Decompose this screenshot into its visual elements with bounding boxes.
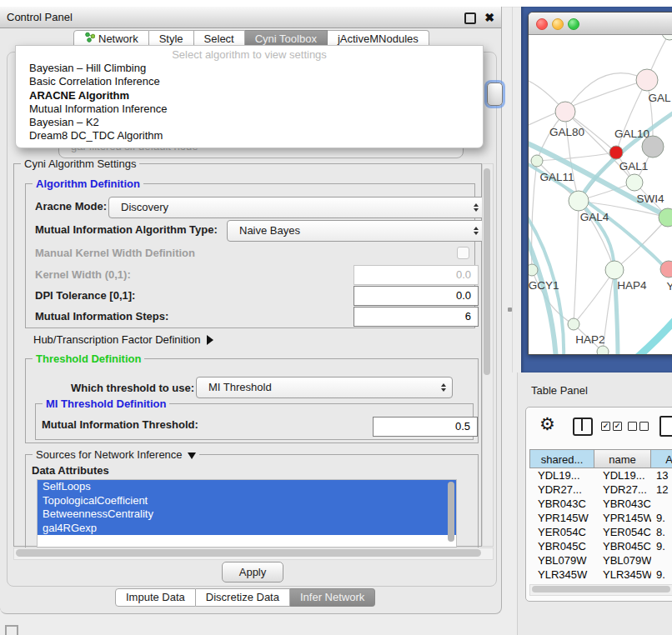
network-node-gal80[interactable] xyxy=(555,102,575,122)
inference-algorithm-combo-fragment[interactable] xyxy=(487,82,503,106)
manual-kernel-checkbox[interactable] xyxy=(457,247,469,259)
minimized-panel-icon[interactable] xyxy=(5,625,18,635)
network-edge[interactable] xyxy=(574,201,579,324)
table-row[interactable]: YBR045CYBR045C9. xyxy=(529,539,672,553)
node-label: GCY1 xyxy=(529,279,559,292)
attribute-item[interactable]: TopologicalCoefficient xyxy=(38,494,456,508)
tab-impute-data[interactable]: Impute Data xyxy=(115,588,196,607)
algorithm-option[interactable]: ARACNE Algorithm xyxy=(16,89,483,102)
mac-close-icon[interactable] xyxy=(536,18,548,30)
network-canvas[interactable]: GALGAL80GAL10GAL1GAL11GAL4SWI4GCY1HAP4YH… xyxy=(529,35,672,354)
float-icon[interactable] xyxy=(464,12,476,24)
mi-threshold-label: Mutual Information Threshold: xyxy=(42,418,198,431)
mi-type-combo[interactable]: Naive Bayes xyxy=(227,220,485,242)
splitter-handle[interactable] xyxy=(508,308,512,312)
deselect-all-checkbox-icon[interactable] xyxy=(628,422,637,431)
network-edge[interactable] xyxy=(574,270,614,324)
kernel-width-field[interactable]: 0.0 xyxy=(354,265,479,285)
export-table-icon[interactable] xyxy=(659,416,672,437)
table-row[interactable]: YBL079WYBL079W xyxy=(529,553,672,568)
attributes-scrollbar-thumb[interactable] xyxy=(448,482,454,542)
network-window-titlebar[interactable] xyxy=(529,12,672,35)
column-header-shared[interactable]: shared... xyxy=(529,449,594,468)
table-toolbar: ⚙ ✓ ✓ xyxy=(526,408,672,444)
apply-button[interactable]: Apply xyxy=(222,562,283,582)
dpi-tolerance-field[interactable]: 0.0 xyxy=(354,286,479,306)
settings-vertical-scrollbar[interactable] xyxy=(482,163,494,547)
algorithm-option[interactable]: Bayesian – Hill Climbing xyxy=(16,62,483,75)
settings-horizontal-scrollbar[interactable] xyxy=(13,548,494,560)
node-label: GAL4 xyxy=(580,211,609,223)
table-row[interactable]: YLR345WYLR345W9. xyxy=(529,568,672,582)
data-attributes-label: Data Attributes xyxy=(32,464,109,477)
select-all-checkbox-icon[interactable]: ✓ xyxy=(601,422,610,431)
gear-icon[interactable]: ⚙ xyxy=(539,414,555,434)
table-horizontal-scrollbar[interactable] xyxy=(529,584,672,596)
manual-kernel-label: Manual Kernel Width Definition xyxy=(35,247,195,259)
attribute-item[interactable]: gal4RGexp xyxy=(38,522,456,536)
mac-zoom-icon[interactable] xyxy=(568,18,579,30)
hub-definition-label: Hub/Transcription Factor Definition xyxy=(33,333,200,346)
tab-discretize-data[interactable]: Discretize Data xyxy=(196,588,290,607)
table-cell xyxy=(651,497,672,511)
algorithm-option[interactable]: Dream8 DC_TDC Algorithm xyxy=(16,129,483,142)
select-all-checkbox-icon[interactable]: ✓ xyxy=(613,422,622,431)
sources-group-title[interactable]: Sources for Network Inference xyxy=(33,448,199,461)
algorithm-option[interactable]: Bayesian – K2 xyxy=(16,116,483,129)
mi-steps-field[interactable]: 6 xyxy=(354,307,479,327)
which-threshold-combo[interactable]: MI Threshold xyxy=(196,377,453,398)
network-edge[interactable] xyxy=(634,310,672,354)
table-row[interactable]: YDR27...YDR27...12 xyxy=(529,482,672,497)
node-label: Y xyxy=(666,280,672,292)
close-icon[interactable]: ✖ xyxy=(484,8,494,28)
column-layout-icon[interactable] xyxy=(573,418,593,436)
tab-infer-network[interactable]: Infer Network xyxy=(290,588,375,607)
table-cell: YDL19... xyxy=(594,468,651,482)
table-cell xyxy=(651,553,672,568)
table-cell: YBL079W xyxy=(594,553,651,568)
table-cell: 9. xyxy=(651,568,672,582)
settings-hscroll-thumb[interactable] xyxy=(16,549,481,557)
table-hscroll-thumb[interactable] xyxy=(532,586,670,592)
screen: Control Panel ✖ NetworkStyleSelectCyni T… xyxy=(0,0,672,635)
mac-minimize-icon[interactable] xyxy=(552,18,564,30)
table-row[interactable]: YER054CYER054C8. xyxy=(529,525,672,539)
mi-threshold-field[interactable]: 0.5 xyxy=(373,417,478,437)
node-label: GAL1 xyxy=(619,160,649,172)
network-node-gal[interactable] xyxy=(636,69,658,91)
algorithm-option[interactable]: Basic Correlation Inference xyxy=(16,75,483,88)
hub-definition-toggle[interactable]: Hub/Transcription Factor Definition xyxy=(33,333,213,346)
network-node-gal11[interactable] xyxy=(531,155,543,167)
network-node[interactable] xyxy=(609,146,623,159)
node-label: GAL11 xyxy=(539,171,574,183)
attributes-scrollbar[interactable] xyxy=(447,482,455,543)
network-node-gal1[interactable] xyxy=(626,174,643,191)
panel-divider xyxy=(512,7,513,372)
network-node-gal4[interactable] xyxy=(569,191,589,211)
data-attributes-list[interactable]: SelfLoopsTopologicalCoefficientBetweenne… xyxy=(37,479,457,548)
algorithm-dropdown-header: Select algorithm to view settings xyxy=(16,46,483,62)
spinner-arrows-icon xyxy=(441,383,446,392)
aracne-mode-combo[interactable]: Discovery xyxy=(108,197,485,218)
deselect-all-checkbox-icon[interactable] xyxy=(639,422,649,431)
settings-vscroll-thumb[interactable] xyxy=(484,168,490,375)
table-row[interactable]: YPR145WYPR145W9. xyxy=(529,511,672,525)
tab-label: Infer Network xyxy=(300,588,364,607)
table-row[interactable]: YDL19...YDL19...13 xyxy=(529,468,672,482)
column-header-a[interactable]: A xyxy=(651,449,672,468)
network-node-gcy1[interactable] xyxy=(529,264,538,276)
network-node-hap2[interactable] xyxy=(568,318,579,330)
mi-type-value: Naive Bayes xyxy=(239,224,300,237)
table-cell: YDL19... xyxy=(529,468,594,482)
column-header-name[interactable]: name xyxy=(594,449,651,468)
attribute-item[interactable]: SelfLoops xyxy=(38,480,456,494)
algorithm-option[interactable]: Mutual Information Inference xyxy=(16,102,483,116)
network-node-hap4[interactable] xyxy=(605,261,624,279)
network-node[interactable] xyxy=(597,346,609,354)
expand-right-icon xyxy=(207,335,213,345)
network-node[interactable] xyxy=(662,35,672,40)
tab-label: Discretize Data xyxy=(206,588,279,607)
node-label: GAL80 xyxy=(549,126,584,138)
table-row[interactable]: YBR043CYBR043C xyxy=(529,497,672,511)
attribute-item[interactable]: BetweennessCentrality xyxy=(38,508,456,522)
